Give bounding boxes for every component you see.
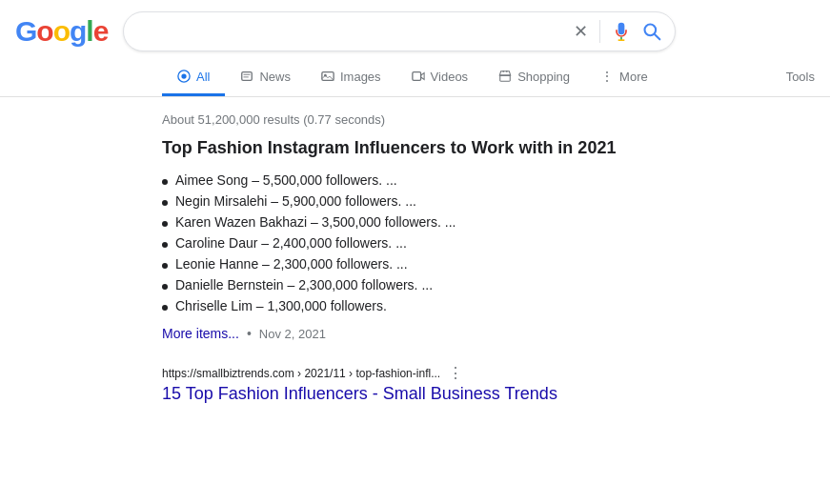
microphone-icon[interactable] <box>612 22 631 41</box>
all-tab-icon <box>177 70 191 83</box>
svg-rect-12 <box>500 75 511 81</box>
bullet-icon <box>162 305 168 311</box>
tab-tools[interactable]: Tools <box>771 60 830 96</box>
search-submit-icon[interactable] <box>642 22 661 41</box>
featured-result: Top Fashion Instagram Influencers to Wor… <box>162 138 753 356</box>
clear-icon[interactable]: ✕ <box>574 23 588 40</box>
results-stats: About 51,200,000 results (0.77 seconds) <box>162 105 830 138</box>
more-tab-icon: ⋮ <box>600 69 614 84</box>
more-items-row: More items... • Nov 2, 2021 <box>162 326 753 341</box>
bullet-icon <box>162 221 168 227</box>
tab-all[interactable]: All <box>162 60 225 96</box>
videos-tab-icon <box>412 70 425 83</box>
svg-point-5 <box>181 73 186 78</box>
svg-rect-6 <box>242 72 253 81</box>
search-icons: ✕ <box>574 20 661 43</box>
list-item: Aimee Song – 5,500,000 followers. ... <box>162 170 753 191</box>
bullet-icon <box>162 242 168 248</box>
svg-rect-11 <box>412 72 420 81</box>
tab-images[interactable]: Images <box>306 60 396 96</box>
list-item: Leonie Hanne – 2,300,000 followers. ... <box>162 253 753 274</box>
google-logo: Google <box>15 15 108 48</box>
bullet-icon <box>162 200 168 206</box>
search-divider <box>599 20 600 43</box>
images-tab-icon <box>321 70 334 83</box>
bullet-icon <box>162 263 168 269</box>
tab-news[interactable]: News <box>225 60 306 96</box>
tab-more[interactable]: ⋮ More <box>585 59 663 96</box>
svg-line-3 <box>655 34 659 39</box>
more-items-link[interactable]: More items... <box>162 326 239 341</box>
tab-videos[interactable]: Videos <box>396 60 484 96</box>
shopping-tab-icon <box>498 70 512 83</box>
results-area: About 51,200,000 results (0.77 seconds) … <box>0 97 830 412</box>
list-item: Negin Mirsalehi – 5,900,000 followers. .… <box>162 191 753 212</box>
featured-title: Top Fashion Instagram Influencers to Wor… <box>162 138 753 158</box>
list-item: Chriselle Lim – 1,300,000 followers. <box>162 295 753 316</box>
news-tab-icon <box>240 70 253 83</box>
bullet-icon <box>162 179 168 185</box>
tab-shopping[interactable]: Shopping <box>483 60 585 96</box>
list-item: Karen Wazen Bakhazi – 3,500,000 follower… <box>162 212 753 232</box>
result-title-link[interactable]: 15 Top Fashion Influencers - Small Busin… <box>162 384 753 404</box>
search-input[interactable]: top fashion instagram influencers <box>137 23 574 40</box>
result-menu-icon[interactable]: ⋮ <box>448 364 463 382</box>
header: Google top fashion instagram influencers… <box>0 0 830 51</box>
svg-point-13 <box>503 71 505 72</box>
more-items-date: Nov 2, 2021 <box>259 327 326 341</box>
second-result: https://smallbiztrends.com › 2021/11 › t… <box>162 364 753 404</box>
svg-point-14 <box>506 71 508 72</box>
list-item: Danielle Bernstein – 2,300,000 followers… <box>162 274 753 295</box>
dot-separator: • <box>247 326 252 341</box>
nav-tabs: All News Images Videos Shopping ⋮ More T… <box>0 55 830 97</box>
result-url: https://smallbiztrends.com › 2021/11 › t… <box>162 367 440 380</box>
bullet-icon <box>162 284 168 290</box>
list-item: Caroline Daur – 2,400,000 followers. ... <box>162 232 753 253</box>
search-bar: top fashion instagram influencers ✕ <box>123 11 676 51</box>
result-url-row: https://smallbiztrends.com › 2021/11 › t… <box>162 364 753 382</box>
featured-list: Aimee Song – 5,500,000 followers. ...Neg… <box>162 170 753 316</box>
